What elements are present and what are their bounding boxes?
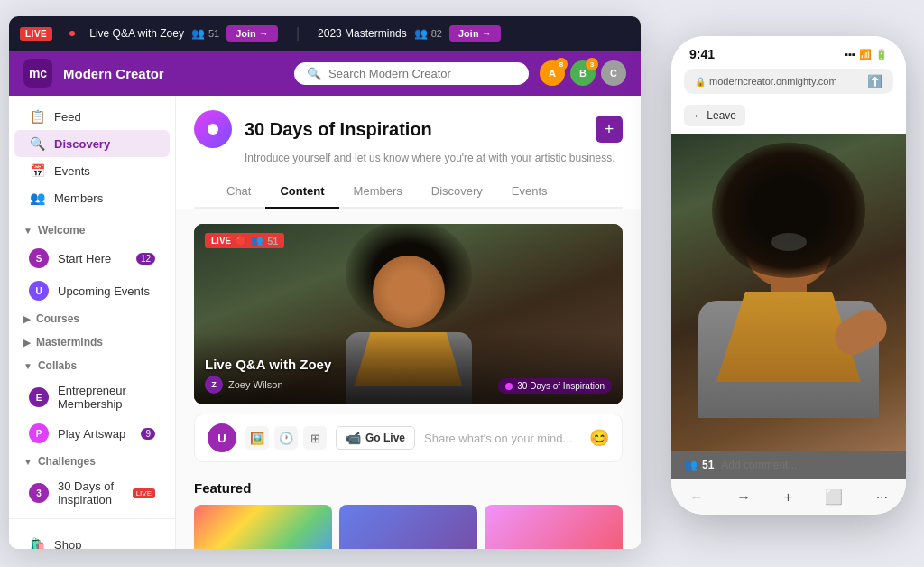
sidebar-item-feed[interactable]: 📋 Feed: [14, 103, 170, 130]
image-tool-button[interactable]: 🖼️: [245, 426, 269, 450]
live-dot-indicator: [69, 31, 75, 36]
video-viewer-count: 👥 51: [251, 235, 278, 246]
sidebar-label-start-here: Start Here: [58, 252, 111, 265]
featured-card-1[interactable]: [194, 505, 332, 549]
sidebar-group-welcome-label: Welcome: [38, 224, 85, 237]
channel-dot: [505, 383, 513, 390]
tab-content[interactable]: Content: [265, 175, 338, 209]
events-icon: 📅: [29, 163, 45, 178]
phone-browser-bottom: ← → + ⬜ ···: [671, 479, 906, 515]
post-tools: 🖼️ 🕐 ⊞: [245, 426, 327, 450]
chevron-right-icon-2: ▶: [23, 338, 31, 348]
live-camera-icon: 📹: [346, 431, 361, 445]
wifi-icon: 📶: [859, 49, 872, 60]
mobile-phone: 9:41 ▪▪▪ 📶 🔋 🔒 moderncreator.onmighty.co…: [671, 36, 906, 515]
header-avatar-1[interactable]: A 8: [540, 60, 565, 86]
members-icon: 👥: [29, 191, 45, 205]
sidebar-item-artswap[interactable]: P Play Artswap 9: [14, 417, 170, 450]
sidebar-label-shop: Shop: [54, 538, 81, 550]
browser-tabs-button[interactable]: ⬜: [819, 485, 848, 509]
video-host-avatar: Z: [205, 376, 223, 394]
channel-add-button[interactable]: +: [596, 116, 623, 143]
search-bar[interactable]: 🔍: [294, 62, 529, 85]
go-live-button[interactable]: 📹 Go Live: [336, 426, 415, 450]
tab-members[interactable]: Members: [339, 175, 417, 209]
phone-nav: ← Leave: [671, 101, 906, 134]
featured-card-2[interactable]: [339, 505, 477, 549]
event-separator: |: [296, 25, 300, 42]
chevron-down-icon: ▼: [23, 226, 32, 236]
sidebar-item-entrepreneur[interactable]: E Entrepreneur Membership: [14, 377, 170, 417]
header-avatar-2[interactable]: B 3: [570, 60, 596, 86]
sidebar-label-discovery: Discovery: [54, 137, 110, 151]
channel-header: 30 Days of Inspiration + Introduce yours…: [176, 96, 641, 209]
phone-video-area: [671, 134, 906, 451]
emoji-button[interactable]: 😊: [589, 428, 609, 448]
search-input[interactable]: [328, 67, 516, 80]
shop-icon: 🛍️: [29, 537, 45, 549]
sidebar-label-events: Events: [54, 164, 90, 178]
browser-menu-button[interactable]: ···: [871, 486, 893, 509]
header-avatar-3[interactable]: C: [601, 60, 626, 86]
sidebar-item-30days[interactable]: 3 30 Days of Inspiration LIVE: [14, 473, 170, 513]
featured-card-3[interactable]: [485, 505, 623, 549]
sidebar-item-start-here[interactable]: S Start Here 12: [14, 242, 170, 274]
lock-icon: 🔒: [695, 77, 706, 87]
chevron-down-icon-2: ▼: [23, 361, 32, 371]
live-event-1-title: Live Q&A with Zoey: [89, 27, 184, 40]
live-event-2: 2023 Masterminds 👥 82 Join →: [318, 25, 501, 42]
sidebar-item-shop[interactable]: 🛍️ Shop: [14, 531, 170, 549]
sidebar-item-upcoming-events[interactable]: U Upcoming Events: [14, 274, 170, 307]
people-icon-2: 👥: [414, 27, 428, 40]
sidebar-group-challenges[interactable]: ▼ Challenges: [9, 450, 175, 473]
sidebar-group-welcome[interactable]: ▼ Welcome: [9, 218, 175, 242]
featured-title: Featured: [194, 480, 623, 496]
share-icon[interactable]: ⬆️: [867, 74, 882, 88]
sidebar-label-members: Members: [54, 191, 103, 205]
phone-status-icons: ▪▪▪ 📶 🔋: [845, 49, 888, 60]
join-event-2-button[interactable]: Join →: [449, 25, 501, 42]
channel-title-row: 30 Days of Inspiration +: [194, 110, 623, 148]
browser-back-button[interactable]: ←: [684, 486, 709, 509]
post-placeholder: Share what's on your mind...: [424, 432, 580, 445]
phone-comment-bar: 👥 51: [671, 451, 906, 479]
browser-forward-button[interactable]: →: [731, 486, 756, 509]
sidebar-item-discovery[interactable]: 🔍 Discovery: [14, 130, 170, 157]
grid-tool-button[interactable]: ⊞: [303, 426, 327, 450]
tab-discovery[interactable]: Discovery: [417, 175, 497, 209]
artswap-badge: 9: [141, 428, 155, 440]
sidebar-group-collabs-label: Collabs: [38, 359, 77, 372]
channel-title: 30 Days of Inspiration: [245, 119, 583, 140]
sidebar-group-collabs[interactable]: ▼ Collabs: [9, 354, 175, 377]
sidebar: 📋 Feed 🔍 Discovery 📅 Events 👥 Members ▼ …: [9, 96, 176, 549]
search-icon: 🔍: [307, 67, 321, 80]
live-bar: LIVE Live Q&A with Zoey 👥 51 Join → | 20…: [9, 16, 641, 51]
channel-disc-icon: [194, 110, 232, 148]
phone-viewer-count: 👥 51: [684, 459, 714, 471]
tab-events[interactable]: Events: [497, 175, 562, 209]
phone-url-bar: 🔒 moderncreator.onmighty.com ⬆️: [671, 65, 906, 101]
start-here-avatar: S: [29, 248, 49, 268]
url-input-field[interactable]: 🔒 moderncreator.onmighty.com ⬆️: [684, 69, 893, 94]
avatar-badge-1: 8: [555, 58, 568, 70]
feed-icon: 📋: [29, 109, 45, 124]
calendar-tool-button[interactable]: 🕐: [274, 426, 298, 450]
sidebar-group-masterminds[interactable]: ▶ Masterminds: [9, 330, 175, 354]
sidebar-item-members[interactable]: 👥 Members: [14, 184, 170, 211]
live-label: LIVE: [211, 236, 231, 246]
sidebar-group-courses[interactable]: ▶ Courses: [9, 307, 175, 330]
brand-logo: mc: [23, 59, 52, 88]
browser-add-button[interactable]: +: [779, 486, 798, 509]
post-input-area[interactable]: U 🖼️ 🕐 ⊞ 📹 Go Live Share what's on your …: [194, 414, 623, 462]
comment-input[interactable]: [721, 459, 893, 471]
video-info: Live Q&A with Zoey Z Zoey Wilson: [205, 357, 331, 394]
video-overlay: LIVE 🔴 👥 51 Live Q&A with Zoey Z Zoey Wi…: [194, 224, 623, 404]
sidebar-label-feed: Feed: [54, 110, 81, 124]
sidebar-label-entrepreneur: Entrepreneur Membership: [58, 384, 155, 411]
live-pulse-icon: 🔴: [236, 236, 246, 246]
artswap-avatar: P: [29, 423, 49, 443]
join-event-1-button[interactable]: Join →: [226, 25, 278, 42]
tab-chat[interactable]: Chat: [212, 175, 265, 209]
leave-button[interactable]: ← Leave: [684, 105, 745, 126]
sidebar-item-events[interactable]: 📅 Events: [14, 157, 170, 184]
